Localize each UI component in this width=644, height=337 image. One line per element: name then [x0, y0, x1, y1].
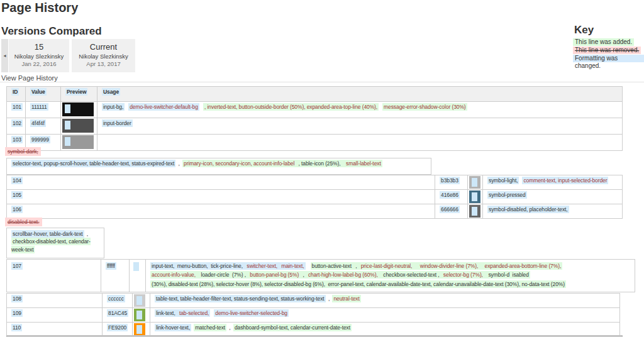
usage-token: demo-live-switcher-default-bg — [128, 103, 199, 111]
usage-token: switcher-text, — [244, 262, 279, 270]
row-value: cccccc — [107, 295, 125, 302]
column-header-label: Preview — [65, 88, 87, 96]
preview-swatch — [134, 323, 145, 336]
usage-token: selector-bg (7%), — [442, 271, 484, 279]
usage-token: (30%), disabled-text (28%), selector-hov… — [150, 280, 566, 288]
usage-token: dashboard-symbol-text, calendar-current-… — [233, 324, 352, 331]
usage-token: scrollbar-hover, table-dark-text — [11, 230, 84, 238]
usage-token: loader-circle (7%) , — [197, 271, 248, 279]
value-cell: 416e86 — [435, 190, 468, 204]
usage-token: neutral-text — [332, 295, 360, 302]
usage-token: link-hover-text, — [155, 324, 191, 331]
value-cell: 111111 — [26, 102, 61, 118]
usage-token: symbol-disabled, placeholder-text, — [487, 206, 569, 213]
usage-token: account-info-value, — [150, 271, 197, 279]
table-row: 103999999 — [7, 135, 623, 151]
swatch-highlight — [65, 104, 70, 113]
column-header-label: Usage — [102, 88, 120, 96]
usage-token: expanded-area-bottom-line (7%), — [484, 262, 563, 270]
row-id: 107 — [11, 262, 23, 270]
diff-table: IDValuePreviewUsage101111111input-bg,dem… — [6, 86, 623, 151]
usage-token: , — [300, 271, 307, 279]
column-header: Value — [26, 87, 61, 102]
id-cell: 101 — [7, 102, 26, 118]
row-id: 101 — [11, 103, 23, 111]
column-header: Preview — [61, 87, 97, 102]
preview-cell — [61, 135, 97, 151]
row-id: 110 — [11, 324, 22, 331]
page-title: Page History — [1, 1, 78, 15]
id-cell: 102 — [7, 118, 26, 135]
preview-swatch — [62, 135, 94, 149]
table-row: 105416e86symbol-pressed — [7, 190, 623, 204]
section-divider — [0, 82, 644, 82]
table-row: 101111111input-bg,demo-live-switcher-def… — [7, 102, 623, 118]
usage-cell: input-text, menu-button, tick-price-line… — [146, 260, 635, 292]
table-row: 1024f4f4finput-border — [7, 118, 623, 135]
version-box-current[interactable]: Current Nikolay Slezkinsky Apr 13, 2017 — [72, 39, 135, 72]
preview-swatch — [469, 191, 480, 203]
usage-token: checkbox-disabled-text, calendar-week-te… — [11, 238, 91, 253]
usage-cell: symbol-disabled, placeholder-text, — [483, 204, 623, 219]
value-cell: cccccc — [103, 294, 133, 308]
usage-token: , — [326, 295, 333, 302]
row-id: 104 — [11, 177, 23, 184]
versions-compared-heading: Versions Compared — [1, 25, 102, 38]
usage-cell: input-bg,demo-live-switcher-default-bg ,… — [97, 102, 623, 118]
value-cell: 81AC45 — [103, 308, 133, 323]
usage-token: button-active-text — [311, 262, 353, 270]
version-current-label: Current — [72, 42, 135, 52]
table-row: selector-text, popup-scroll-hover, table… — [7, 158, 431, 175]
usage-token: , inverted-text, button-outside-border (… — [203, 103, 379, 111]
swatch-highlight — [65, 137, 70, 146]
version-box-old[interactable]: 15 Nikolay Slezkinsky Jan 22, 2016 — [9, 39, 69, 72]
usage-token: message-error-shadow-color (30%) — [382, 103, 467, 111]
view-page-history-link[interactable]: View Page History — [1, 74, 58, 82]
usage-cell: input-border — [97, 118, 623, 135]
column-header: ID — [7, 87, 26, 102]
usage-token: main-text, — [279, 262, 306, 270]
key-heading: Key — [574, 24, 594, 36]
preview-cell — [61, 118, 97, 135]
row-value: 4f4f4f — [30, 119, 46, 127]
previous-version-arrow-button[interactable]: ◂ — [1, 39, 8, 72]
swatch-highlight — [136, 296, 142, 305]
preview-cell — [133, 308, 150, 323]
usage-token: , — [353, 262, 360, 270]
row-value: ffffff — [106, 262, 116, 270]
usage-token — [413, 262, 419, 270]
row-id: 103 — [11, 136, 23, 143]
usage-cell: symbol-pressed — [483, 190, 623, 204]
preview-swatch — [134, 309, 145, 321]
usage-cell: table-text, table-header-filter-text, st… — [150, 294, 620, 308]
row-value: 999999 — [30, 136, 50, 143]
usage-token: input-text, menu-button, tick-price-line… — [150, 262, 244, 270]
table-row: 104b3b3b3symbol-light,comment-text, inpu… — [7, 175, 623, 190]
key-added-legend: This line was added. — [573, 38, 634, 46]
diff-table: 107ffffffinput-text, menu-button, tick-p… — [6, 259, 635, 292]
usage-cell: selector-text, popup-scroll-hover, table… — [7, 158, 431, 175]
row-value: 111111 — [30, 103, 48, 111]
preview-cell — [468, 175, 483, 190]
usage-cell — [97, 135, 623, 151]
swatch-highlight — [136, 311, 142, 319]
usage-token: button-panel-bg (5%) — [248, 271, 300, 279]
preview-cell — [133, 294, 150, 308]
swatch-highlight — [472, 178, 477, 187]
usage-token: table-text, table-header-filter-text, st… — [155, 295, 326, 302]
usage-token: small-label-text — [345, 160, 382, 167]
diff-table: selector-text, popup-scroll-hover, table… — [6, 158, 431, 175]
id-cell: 106 — [7, 204, 435, 219]
usage-token: demo-live-switcher-selected-bg — [214, 309, 289, 317]
row-id: 102 — [11, 119, 23, 127]
usage-token: , — [226, 324, 233, 331]
preview-cell — [468, 204, 483, 219]
usage-token — [479, 262, 483, 270]
usage-token: symbol-d isabled — [484, 271, 530, 279]
id-cell: 109 — [7, 308, 103, 323]
usage-token: link-text, — [155, 309, 177, 317]
row-value: FE9200 — [107, 324, 128, 331]
row-value: 666666 — [440, 206, 460, 213]
removed-line: symbol-dark, — [5, 147, 41, 156]
id-cell: 108 — [7, 294, 103, 308]
